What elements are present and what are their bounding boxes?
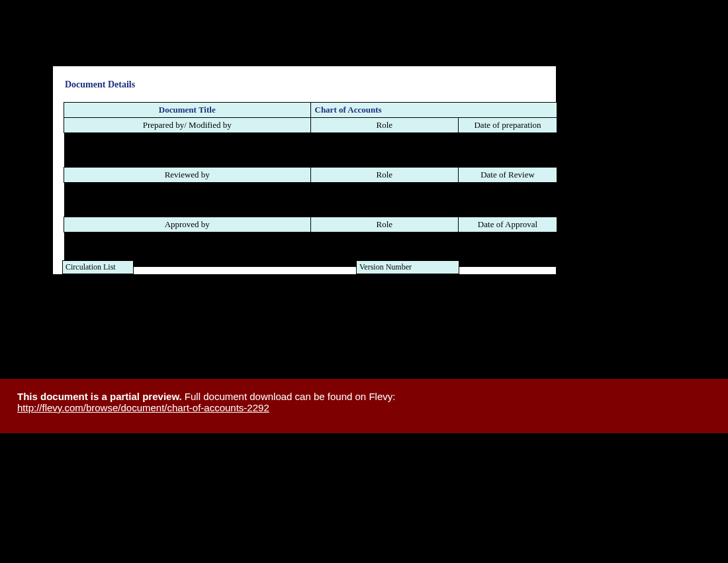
circulation-list-label: Circulation List xyxy=(62,260,134,274)
preview-rest: Full document download can be found on F… xyxy=(182,391,396,402)
date-preparation-label: Date of preparation xyxy=(459,118,557,133)
version-number-label: Version Number xyxy=(356,260,459,274)
document-title-value: Chart of Accounts xyxy=(310,103,557,118)
approved-by-label: Approved by xyxy=(64,217,311,232)
role-label: Role xyxy=(310,118,459,133)
table-gap xyxy=(64,183,557,217)
preview-strong: This document is a partial preview. xyxy=(17,391,182,402)
document-title-label: Document Title xyxy=(64,103,311,118)
table-row: Approved by Role Date of Approval xyxy=(64,217,557,232)
prepared-by-label: Prepared by/ Modified by xyxy=(64,118,311,133)
reviewed-by-label: Reviewed by xyxy=(64,168,311,183)
document-details-table: Document Title Chart of Accounts Prepare… xyxy=(64,102,557,267)
role-label: Role xyxy=(310,217,459,232)
preview-link[interactable]: http://flevy.com/browse/document/chart-o… xyxy=(17,402,269,413)
table-gap xyxy=(64,232,557,267)
table-row: Prepared by/ Modified by Role Date of pr… xyxy=(64,118,557,133)
date-approval-label: Date of Approval xyxy=(459,217,557,232)
table-row-title: Document Title Chart of Accounts xyxy=(64,103,557,118)
date-review-label: Date of Review xyxy=(459,168,557,183)
section-title: Document Details xyxy=(65,79,135,90)
role-label: Role xyxy=(310,168,459,183)
table-row: Reviewed by Role Date of Review xyxy=(64,168,557,183)
table-gap xyxy=(64,133,557,168)
document-page: Document Details Document Title Chart of… xyxy=(53,66,556,382)
preview-banner: This document is a partial preview. Full… xyxy=(0,379,728,433)
